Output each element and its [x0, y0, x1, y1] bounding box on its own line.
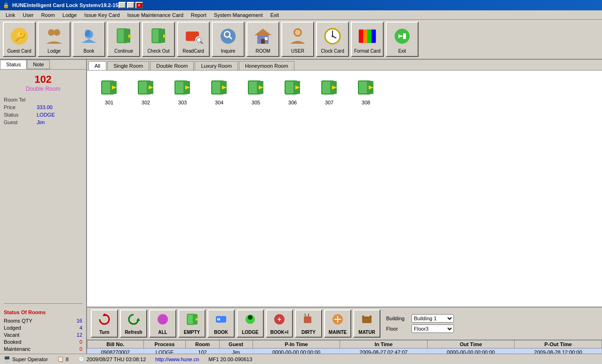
menu-item-room[interactable]: Room [37, 11, 58, 19]
room-cell-301[interactable]: 301 [93, 76, 126, 105]
toolbar-btn-inquire[interactable]: Inquire [212, 22, 245, 57]
datetime-text: 2009/08/27 THU 03:08:12 [87, 356, 146, 362]
guest-card-icon: 🔑 [8, 25, 31, 47]
status-row-rooms-qty: Rooms QTY16 [4, 318, 82, 324]
room-cell-307[interactable]: 307 [313, 76, 346, 105]
status-icon2: 📋 [57, 356, 64, 362]
clock-card-icon [321, 25, 344, 47]
building-label: Building [386, 316, 409, 321]
action-btn-turn[interactable]: Turn [91, 309, 118, 338]
room-cell-302[interactable]: 302 [129, 76, 162, 105]
action-btn-lodge[interactable]: LODGE [237, 309, 264, 338]
room-cell-305[interactable]: 305 [239, 76, 272, 105]
room-icon-302 [135, 76, 157, 99]
toolbar-btn-user[interactable]: USER [281, 22, 314, 57]
menu-item-system-management[interactable]: System Management [210, 11, 267, 19]
menubar: LinkUserRoomLodgeIssue Key CardIssue Mai… [0, 10, 602, 20]
room-cell-304[interactable]: 304 [203, 76, 236, 105]
menu-item-report[interactable]: Report [187, 11, 210, 19]
room-cell-308[interactable]: 308 [349, 76, 382, 105]
room-tab-luxury[interactable]: Luxury Room [195, 61, 238, 70]
col-p-out-time: P-Out Time [515, 340, 602, 348]
status-title: Status Of Rooms [4, 309, 82, 315]
svg-rect-74 [304, 317, 311, 323]
toolbar-btn-book[interactable]: Book [72, 22, 105, 57]
room-tab-honeymoon[interactable]: Honeymoon Room [239, 61, 294, 70]
toolbar-btn-continue[interactable]: Continue [107, 22, 140, 57]
svg-text:+: + [277, 316, 281, 323]
toolbar-btn-clock-card[interactable]: Clock Card [316, 22, 349, 57]
toolbar-btn-guest-card[interactable]: 🔑 Guest Card [3, 22, 36, 57]
room-number: 102 [4, 73, 82, 86]
col-process: Process [143, 340, 186, 348]
status-row-lodged: Lodged4 [4, 325, 82, 331]
status-row-label: Lodged [4, 325, 21, 331]
floor-select[interactable]: Floor1Floor2Floor3Floor4 [412, 324, 454, 333]
action-btn-refresh[interactable]: Refresh [120, 309, 147, 338]
status-row-booked: Booked0 [4, 339, 82, 345]
menu-item-issue-key-card[interactable]: Issue Key Card [80, 11, 123, 19]
room-tab-all[interactable]: All [88, 61, 106, 70]
count-text: 8 [66, 356, 69, 362]
book-icon [214, 313, 228, 329]
status-row-label: Vacant [4, 332, 19, 338]
action-btn-matur[interactable]: MATUR [353, 309, 380, 338]
svg-rect-31 [359, 30, 363, 43]
building-select[interactable]: Building 1Building 2Building 3 [412, 314, 454, 323]
toolbar-btn-lodge[interactable]: Lodge [38, 22, 71, 57]
svg-point-24 [295, 30, 301, 35]
room-tab-double[interactable]: Double Room [150, 61, 194, 70]
toolbar-btn-check-out[interactable]: Check Out [142, 22, 175, 57]
toolbar: 🔑 Guest Card Lodge Book Continue Check O… [0, 20, 602, 60]
action-btn-book-plus[interactable]: + BOOK+I [266, 309, 293, 338]
guest-card-label: Guest Card [7, 48, 31, 54]
room-info: 102 Double Room Room Tel Price 333.00 St… [0, 70, 86, 301]
action-btn-all[interactable]: ALL [149, 309, 176, 338]
action-btn-book[interactable]: BOOK [207, 309, 235, 338]
room-label-305: 305 [252, 100, 260, 105]
lodge-label: Lodge [48, 48, 61, 54]
close-button[interactable]: × [135, 2, 143, 8]
lodge-icon [43, 25, 65, 47]
menu-item-exit[interactable]: Exit [267, 11, 283, 19]
clock-card-label: Clock Card [321, 48, 344, 54]
minimize-button[interactable]: _ [119, 2, 126, 8]
col-in-time: In Time [340, 340, 428, 348]
svg-point-29 [332, 35, 333, 37]
tab-note[interactable]: Note [27, 60, 50, 69]
svg-rect-82 [370, 316, 372, 317]
toolbar-btn-format-card[interactable]: Format Card [351, 22, 384, 57]
svg-rect-33 [367, 30, 372, 43]
toolbar-btn-exit[interactable]: Exit [386, 22, 419, 57]
svg-point-3 [54, 29, 60, 36]
mainte-label: MAINTE [329, 330, 347, 335]
check-out-icon [147, 25, 170, 47]
room-icon-301 [98, 76, 120, 99]
divider [4, 303, 82, 304]
menu-item-issue-maintenance-card[interactable]: Issue Maintenance Card [124, 11, 187, 19]
action-btn-mainte[interactable]: MAINTE [324, 309, 351, 338]
col-out-time: Out Time [427, 340, 515, 348]
svg-text:🔑: 🔑 [14, 31, 25, 42]
book-plus-icon: + [273, 313, 286, 329]
room-cell-306[interactable]: 306 [276, 76, 309, 105]
rooms-grid: 301 302 303 304 [87, 71, 602, 307]
room-tab-single[interactable]: Single Room [107, 61, 149, 70]
maximize-button[interactable]: □ [127, 2, 135, 8]
toolbar-btn-room[interactable]: ROOM [246, 22, 279, 57]
room-type: Double Room [4, 86, 82, 92]
room-label-302: 302 [142, 100, 150, 105]
svg-rect-22 [265, 37, 268, 40]
menu-item-user[interactable]: User [19, 11, 37, 19]
menu-item-lodge[interactable]: Lodge [59, 11, 81, 19]
action-btn-dirty[interactable]: DIRTY [295, 309, 322, 338]
menu-item-link[interactable]: Link [2, 11, 19, 19]
room-cell-303[interactable]: 303 [166, 76, 199, 105]
action-btn-empty[interactable]: EMPTY [178, 309, 206, 338]
room-label-303: 303 [178, 100, 187, 105]
tab-status[interactable]: Status [0, 60, 27, 69]
svg-rect-37 [403, 33, 406, 39]
format-card-label: Format Card [354, 48, 380, 54]
dirty-icon [302, 313, 315, 329]
toolbar-btn-read-card[interactable]: ReadCard [177, 22, 210, 57]
